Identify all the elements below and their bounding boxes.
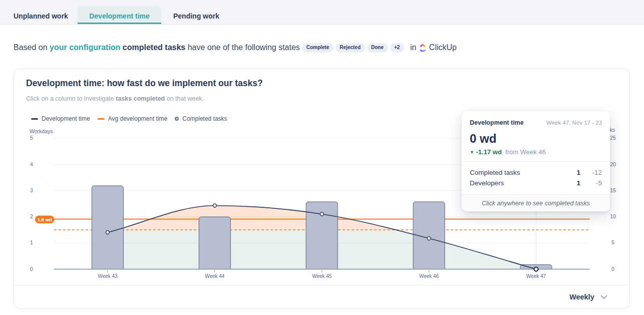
svg-text:25: 25 — [610, 135, 616, 141]
svg-text:1: 1 — [30, 239, 33, 245]
svg-text:4: 4 — [30, 161, 33, 167]
svg-text:Week 43: Week 43 — [98, 273, 118, 279]
svg-text:Week 45: Week 45 — [312, 273, 332, 279]
svg-text:1.9 wd: 1.9 wd — [38, 217, 52, 222]
svg-text:10: 10 — [610, 213, 616, 219]
svg-text:Workdays: Workdays — [30, 128, 53, 134]
svg-text:0: 0 — [611, 266, 614, 272]
svg-text:20: 20 — [610, 161, 616, 167]
svg-text:0: 0 — [30, 266, 33, 272]
svg-text:Week 47: Week 47 — [526, 273, 546, 279]
svg-text:Week 44: Week 44 — [205, 273, 225, 279]
svg-text:5: 5 — [611, 239, 614, 245]
svg-text:Week 46: Week 46 — [419, 273, 439, 279]
svg-text:5: 5 — [30, 135, 33, 141]
svg-text:2: 2 — [30, 213, 33, 219]
svg-text:3: 3 — [30, 187, 33, 193]
svg-text:15: 15 — [610, 187, 616, 193]
